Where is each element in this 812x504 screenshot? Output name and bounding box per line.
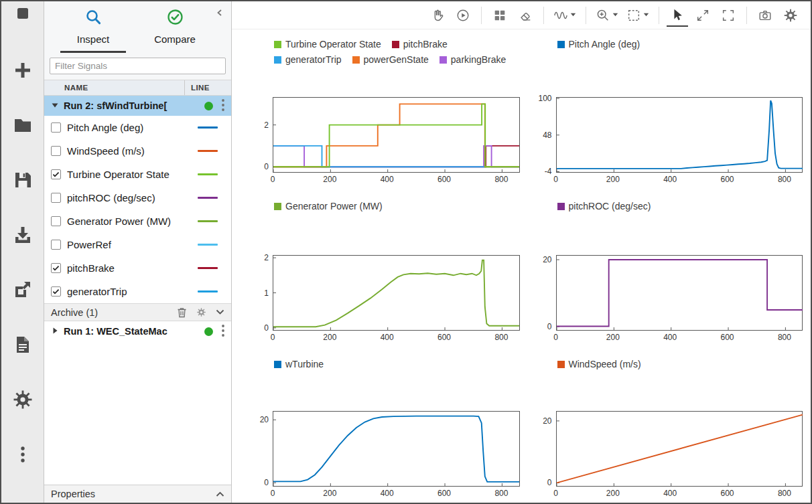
archive-label: Archive (1) <box>51 307 167 318</box>
run-label: Run 1: WEC_StateMac <box>64 326 204 337</box>
archive-bar[interactable]: Archive (1) <box>44 303 231 321</box>
run-menu-icon[interactable] <box>219 323 227 340</box>
x-tick-label: 400 <box>381 489 394 498</box>
trash-icon[interactable] <box>167 307 187 318</box>
plot-canvas[interactable] <box>556 411 803 487</box>
replay-icon[interactable] <box>452 5 474 26</box>
signal-checkbox[interactable] <box>51 263 61 273</box>
signal-checkbox[interactable] <box>51 169 61 179</box>
open-folder-icon[interactable] <box>12 114 33 136</box>
legend-label: Generator Power (MW) <box>285 201 383 212</box>
legend-label: powerGenState <box>364 54 429 65</box>
collapse-panel-icon[interactable] <box>214 7 226 19</box>
select-cursor-icon[interactable] <box>667 4 688 27</box>
signal-name: Pitch Angle (deg) <box>67 122 184 133</box>
signal-line-column <box>184 290 231 292</box>
run-row-1[interactable]: Run 1: WEC_StateMac <box>44 321 231 341</box>
y-tick-label: 20 <box>543 416 551 426</box>
legend-item: wTurbine <box>274 359 324 369</box>
export-icon[interactable] <box>12 279 33 301</box>
compare-check-icon <box>166 8 184 29</box>
signal-line-column <box>184 220 231 222</box>
fit-to-view-icon[interactable] <box>624 5 651 26</box>
x-tick-label: 200 <box>606 333 620 342</box>
toolbar-separator <box>746 7 747 24</box>
plot-legend: pitchROC (deg/sec) <box>557 201 803 212</box>
legend-label: Pitch Angle (deg) <box>569 39 640 50</box>
plot-canvas[interactable] <box>556 97 803 173</box>
plot-canvas[interactable] <box>273 255 520 331</box>
signal-checkbox[interactable] <box>51 146 61 156</box>
run-menu-icon[interactable] <box>219 98 227 114</box>
drawer-icon[interactable] <box>15 6 30 21</box>
x-tick-label: 800 <box>778 489 791 498</box>
x-axis-labels: 0200400600800 <box>556 487 803 499</box>
zoom-in-icon[interactable] <box>594 5 620 26</box>
x-tick-label: 0 <box>553 175 558 184</box>
x-tick-label: 800 <box>494 175 508 184</box>
signal-list: Pitch Angle (deg)WindSpeed (m/s)Turbine … <box>44 116 231 303</box>
signal-checkbox[interactable] <box>51 240 61 250</box>
plot-settings-icon[interactable] <box>780 5 801 26</box>
x-tick-label: 200 <box>606 489 620 498</box>
plot-canvas[interactable] <box>273 411 520 487</box>
signal-trace-icon[interactable] <box>551 5 578 26</box>
x-tick-label: 800 <box>494 333 508 342</box>
signal-line-column <box>184 197 231 199</box>
filter-signals-input[interactable] <box>50 58 226 74</box>
x-tick-label: 800 <box>778 175 791 184</box>
properties-bar[interactable]: Properties <box>44 485 231 503</box>
archive-chevron-down-icon[interactable] <box>206 309 224 315</box>
expand-icon[interactable] <box>692 5 714 26</box>
save-icon[interactable] <box>12 169 33 191</box>
snapshot-camera-icon[interactable] <box>754 5 776 26</box>
signal-row[interactable]: pitchROC (deg/sec) <box>44 186 231 209</box>
run-row-2[interactable]: Run 2: sfWindTurbine[ <box>44 96 231 116</box>
signal-name: Turbine Operator State <box>67 169 184 180</box>
signal-line-column <box>184 244 231 246</box>
signal-row[interactable]: pitchBrake <box>44 256 231 280</box>
y-tick-label: 20 <box>260 415 269 424</box>
y-tick-label: 1 <box>264 288 269 298</box>
eraser-icon[interactable] <box>515 5 536 26</box>
signal-checkbox[interactable] <box>51 286 61 297</box>
tab-compare-label: Compare <box>154 33 196 45</box>
import-icon[interactable] <box>12 224 33 246</box>
signal-checkbox[interactable] <box>51 122 61 133</box>
chevron-up-icon[interactable] <box>216 489 224 499</box>
x-tick-label: 200 <box>323 489 336 498</box>
signal-line-column <box>184 150 231 152</box>
signal-row[interactable]: PowerRef <box>44 233 231 256</box>
layout-grid-icon[interactable] <box>489 5 511 26</box>
signal-checkbox[interactable] <box>51 193 61 203</box>
tab-compare[interactable]: Compare <box>134 7 216 53</box>
legend-label: pitchROC (deg/sec) <box>569 201 651 212</box>
legend-item: pitchROC (deg/sec) <box>557 201 651 212</box>
pan-hand-icon[interactable] <box>427 5 448 26</box>
expander-down-icon[interactable] <box>51 100 59 111</box>
archive-settings-icon[interactable] <box>187 307 206 317</box>
signal-row[interactable]: Generator Power (MW) <box>44 209 231 233</box>
fullscreen-icon[interactable] <box>718 5 739 26</box>
signal-row[interactable]: Pitch Angle (deg) <box>44 116 231 139</box>
x-tick-label: 600 <box>721 333 734 342</box>
expander-right-icon[interactable] <box>51 326 59 337</box>
run-label: Run 2: sfWindTurbine[ <box>64 100 204 111</box>
signal-row[interactable]: WindSpeed (m/s) <box>44 139 231 163</box>
settings-icon[interactable] <box>12 389 33 410</box>
toolbar-separator <box>481 7 482 24</box>
plot-canvas[interactable] <box>273 97 520 173</box>
tab-inspect[interactable]: Inspect <box>52 7 134 53</box>
add-icon[interactable] <box>12 60 33 81</box>
y-axis-labels: 020 <box>532 255 556 332</box>
x-tick-label: 200 <box>323 175 336 184</box>
signal-row[interactable]: generatorTrip <box>44 280 231 303</box>
plot-legend: WindSpeed (m/s) <box>557 359 803 369</box>
legend-item: generatorTrip <box>274 54 342 65</box>
signal-line-swatch <box>198 173 218 175</box>
more-icon[interactable] <box>12 444 33 465</box>
signal-checkbox[interactable] <box>51 216 61 226</box>
create-report-icon[interactable] <box>12 334 33 355</box>
signal-row[interactable]: Turbine Operator State <box>44 163 231 186</box>
plot-canvas[interactable] <box>556 255 803 331</box>
